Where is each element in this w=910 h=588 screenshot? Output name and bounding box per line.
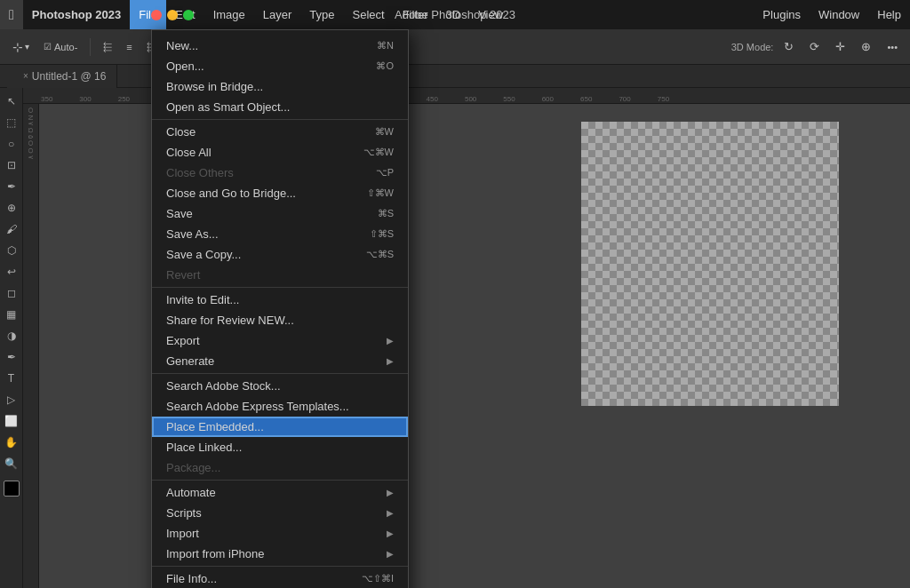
dodge-tool[interactable]: ◑ [2,326,21,346]
menu-item-scripts[interactable]: Scripts ▶ [152,503,408,523]
menu-plugins[interactable]: Plugins [754,8,810,21]
lasso-tool[interactable]: ○ [2,134,21,154]
menu-item-open[interactable]: Open... ⌘O [152,56,408,76]
close-button[interactable] [151,10,162,20]
shape-tool[interactable]: ⬜ [2,411,21,431]
menu-item-new[interactable]: New... ⌘N [152,36,408,56]
maximize-button[interactable] [183,10,194,20]
ruler-tick: 250 [118,95,130,103]
menu-item-share-review[interactable]: Share for Review NEW... [152,310,408,330]
apple-menu[interactable]:  [0,0,23,29]
menu-item-package: Package... [152,457,408,478]
menu-item-file-info[interactable]: File Info... ⌥⇧⌘I [152,568,408,588]
heal-tool[interactable]: ⊕ [2,198,21,218]
menu-label-file-info: File Info... [166,572,217,585]
menu-type[interactable]: Type [300,0,343,29]
menu-item-close[interactable]: Close ⌘W [152,122,408,142]
document-tab[interactable]: × Untitled-1 @ 16 [7,65,117,88]
ruler-tick: 450 [427,95,438,103]
text-tool[interactable]: T [2,369,21,388]
menu-item-search-express[interactable]: Search Adobe Express Templates... [152,396,408,417]
align-center-v[interactable]: ≡ [121,36,137,59]
menu-item-save-copy[interactable]: Save a Copy... ⌥⌘S [152,244,408,265]
crop-tool[interactable]: ⊡ [2,155,21,175]
shortcut-close: ⌘W [375,126,394,138]
shortcut-close-all: ⌥⌘W [363,147,394,158]
menu-label-revert: Revert [166,268,200,282]
menu-label-close-all: Close All [166,146,212,159]
import-iphone-submenu-arrow: ▶ [387,549,394,559]
menu-label-invite: Invite to Edit... [166,293,239,306]
auto-checkbox[interactable]: ☑ Auto- [38,36,83,59]
menu-section-save: Close ⌘W Close All ⌥⌘W Close Others ⌥P C… [152,120,408,288]
menu-label-browse-bridge: Browse in Bridge... [166,80,263,93]
menu-section-open: New... ⌘N Open... ⌘O Browse in Bridge...… [152,34,408,120]
menu-item-save-as[interactable]: Save As... ⇧⌘S [152,224,408,244]
menu-layer[interactable]: Layer [254,0,301,29]
window-controls [142,10,203,20]
menu-item-import-iphone[interactable]: Import from iPhone ▶ [152,544,408,564]
menu-select[interactable]: Select [343,0,393,29]
zoom-tool[interactable]: 🔍 [2,454,21,473]
menu-item-generate[interactable]: Generate ▶ [152,351,408,371]
menu-item-place-embedded[interactable]: Place Embedded... [152,417,408,437]
menu-item-close-bridge[interactable]: Close and Go to Bridge... ⇧⌘W [152,183,408,203]
menu-image[interactable]: Image [204,0,254,29]
menu-window[interactable]: Window [810,8,868,21]
ruler-tick: 500 [465,95,476,103]
menu-label-share-review: Share for Review NEW... [166,314,294,327]
menu-label-scripts: Scripts [166,506,202,520]
menu-label-close: Close [166,125,196,139]
menu-item-close-all[interactable]: Close All ⌥⌘W [152,142,408,163]
scripts-submenu-arrow: ▶ [387,508,394,518]
eyedropper-tool[interactable]: ✒ [2,177,21,196]
minimize-button[interactable] [167,10,178,20]
menu-item-open-smart[interactable]: Open as Smart Object... [152,97,408,117]
align-left[interactable]: ⬱ [98,36,117,59]
ruler-vertical: O N ۷ Ω ۵ O O ۷ [23,104,39,588]
move-tool[interactable]: ↖ [2,91,21,111]
shortcut-close-bridge: ⇧⌘W [367,187,394,199]
move-tool-options[interactable]: ⊹ ▾ [7,36,35,59]
eraser-tool[interactable]: ◻ [2,283,21,303]
app-name[interactable]: Photoshop 2023 [23,0,130,29]
main-area: ↖ ⬚ ○ ⊡ ✒ ⊕ 🖌 ⬡ ↩ ◻ ▦ ◑ ✒ T ▷ ⬜ ✋ 🔍 350 … [0,88,910,588]
history-brush[interactable]: ↩ [2,262,21,282]
menu-item-automate[interactable]: Automate ▶ [152,482,408,503]
toolbar: ⊹ ▾ ☑ Auto- ⬱ ≡ ⬱ ⊤ ⊞ ⊥ ⣿ 3D Mode: ↻ ⟳ ✛… [0,29,910,65]
menu-item-import[interactable]: Import ▶ [152,523,408,544]
3d-more[interactable]: ••• [882,36,903,59]
import-submenu-arrow: ▶ [387,528,394,538]
menu-item-browse-bridge[interactable]: Browse in Bridge... [152,76,408,97]
shortcut-new: ⌘N [377,40,394,52]
ruler-tick: 550 [503,95,515,103]
menu-item-save[interactable]: Save ⌘S [152,203,408,224]
tab-close-icon[interactable]: × [23,71,28,81]
menubar-right: Plugins Window Help [754,8,910,21]
menu-item-place-linked[interactable]: Place Linked... [152,437,408,457]
export-submenu-arrow: ▶ [387,336,394,346]
menu-item-export[interactable]: Export ▶ [152,330,408,351]
brush-tool[interactable]: 🖌 [2,219,21,239]
menu-help[interactable]: Help [868,8,910,21]
pen-tool[interactable]: ✒ [2,347,21,367]
selection-tool[interactable]: ⬚ [2,113,21,132]
foreground-bg-swatch[interactable] [4,481,20,497]
hand-tool[interactable]: ✋ [2,433,21,452]
3d-mode-zoom[interactable]: ⊕ [856,36,876,59]
path-tool[interactable]: ▷ [2,390,21,409]
gradient-tool[interactable]: ▦ [2,305,21,324]
menu-item-search-stock[interactable]: Search Adobe Stock... [152,376,408,396]
shortcut-save: ⌘S [378,208,394,219]
menu-label-generate: Generate [166,354,214,368]
menu-label-new: New... [166,39,198,52]
menu-label-save-as: Save As... [166,227,219,241]
3d-mode-rotate[interactable]: ↻ [778,36,799,59]
3d-mode-pan[interactable]: ✛ [830,36,850,59]
menu-item-invite[interactable]: Invite to Edit... [152,290,408,310]
ruler-tick: 650 [580,95,592,103]
menu-section-place: Search Adobe Stock... Search Adobe Expre… [152,374,408,481]
stamp-tool[interactable]: ⬡ [2,241,21,260]
3d-mode-orbit[interactable]: ⟳ [804,36,825,59]
auto-label: Auto- [54,42,77,52]
